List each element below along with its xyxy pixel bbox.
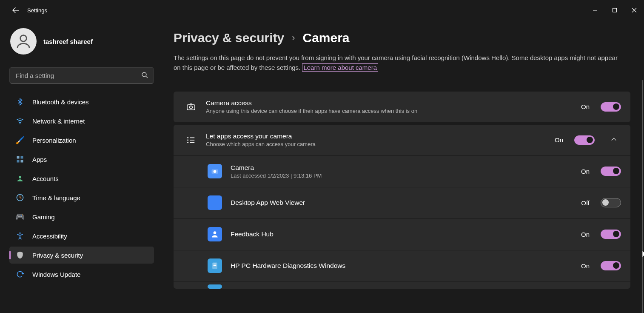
app-icon-partial	[208, 284, 222, 289]
sidebar-item-label: Bluetooth & devices	[32, 98, 89, 106]
svg-point-16	[187, 139, 188, 141]
svg-rect-9	[21, 160, 23, 163]
app-name: Desktop App Web Viewer	[231, 199, 573, 207]
app-access-state: On	[555, 136, 563, 144]
camera-access-card: Camera access Anyone using this device c…	[174, 92, 630, 122]
camera-access-state: On	[581, 103, 590, 110]
list-icon	[185, 134, 197, 146]
app-row-partial[interactable]	[174, 281, 630, 289]
svg-rect-8	[17, 160, 20, 163]
sidebar-item-accounts[interactable]: Accounts	[9, 170, 154, 187]
sidebar-item-apps[interactable]: Apps	[9, 151, 154, 168]
app-row-webviewer[interactable]: Desktop App Web Viewer Off	[174, 187, 630, 218]
close-button[interactable]	[624, 3, 644, 17]
sidebar-item-label: Gaming	[32, 213, 55, 221]
app-sub: Last accessed 1/2/2023 | 9:13:16 PM	[231, 172, 573, 179]
svg-line-4	[146, 76, 148, 78]
search-box[interactable]	[9, 67, 154, 83]
shield-icon	[15, 250, 25, 260]
camera-icon	[185, 101, 197, 113]
sidebar: tashreef shareef Bluetooth & devices Net…	[0, 20, 162, 313]
app-access-row[interactable]: Let apps access your camera Choose which…	[174, 125, 630, 155]
app-icon-hpdiag	[208, 258, 222, 273]
bluetooth-icon	[15, 97, 25, 106]
globe-clock-icon	[15, 193, 25, 202]
sidebar-item-label: Network & internet	[32, 118, 85, 125]
maximize-button[interactable]	[605, 3, 624, 17]
sidebar-item-label: Personalization	[32, 137, 76, 144]
sync-icon	[15, 270, 25, 279]
app-name: Camera	[231, 164, 573, 172]
app-access-title: Let apps access your camera	[206, 132, 546, 140]
app-row-hpdiag[interactable]: HP PC Hardware Diagnostics Windows On	[174, 250, 630, 281]
sidebar-item-time[interactable]: Time & language	[9, 189, 154, 206]
svg-rect-1	[613, 9, 617, 12]
svg-point-22	[214, 170, 217, 173]
scrollbar[interactable]	[642, 80, 643, 313]
maximize-icon	[612, 8, 617, 13]
app-icon-webviewer	[208, 195, 222, 210]
page-title: Camera	[302, 31, 349, 45]
sidebar-item-label: Accessibility	[32, 233, 67, 240]
gamepad-icon: 🎮	[15, 212, 25, 221]
sidebar-item-label: Time & language	[32, 194, 80, 201]
breadcrumb-parent[interactable]: Privacy & security	[174, 31, 284, 45]
svg-point-10	[19, 176, 21, 178]
apps-icon	[15, 155, 25, 164]
user-name: tashreef shareef	[43, 38, 93, 45]
window-controls	[585, 3, 644, 17]
svg-point-15	[187, 137, 188, 138]
app-state-label: On	[581, 168, 590, 175]
content-pane: Privacy & security › Camera The settings…	[162, 20, 644, 313]
chevron-right-icon: ›	[292, 32, 295, 43]
sidebar-item-personalization[interactable]: 🖌️ Personalization	[9, 132, 154, 149]
minimize-icon	[593, 8, 598, 13]
svg-point-14	[190, 106, 193, 109]
learn-more-link[interactable]: Learn more about camera	[302, 63, 378, 72]
profile-block[interactable]: tashreef shareef	[10, 28, 158, 55]
app-state-label: Off	[581, 199, 590, 207]
sidebar-item-gaming[interactable]: 🎮 Gaming	[9, 208, 154, 225]
minimize-button[interactable]	[585, 3, 605, 17]
search-input[interactable]	[9, 67, 154, 83]
app-toggle-hpdiag[interactable]	[601, 261, 621, 270]
app-toggle-camera[interactable]	[601, 167, 621, 176]
camera-access-toggle[interactable]	[601, 102, 621, 112]
page-description: The settings on this page do not prevent…	[174, 53, 624, 73]
app-access-sub: Choose which apps can access your camera	[206, 141, 546, 147]
brush-icon: 🖌️	[15, 135, 25, 145]
app-row-feedback[interactable]: Feedback Hub On	[174, 218, 630, 250]
svg-point-5	[20, 123, 20, 124]
svg-point-2	[20, 35, 27, 42]
svg-point-3	[142, 72, 146, 77]
avatar	[10, 28, 37, 55]
svg-rect-6	[17, 156, 20, 159]
app-state-label: On	[581, 231, 590, 238]
app-icon-feedback	[208, 227, 222, 241]
app-toggle-webviewer[interactable]	[601, 198, 621, 207]
app-access-toggle[interactable]	[574, 135, 595, 145]
accounts-icon	[15, 174, 25, 183]
sidebar-item-network[interactable]: Network & internet	[9, 112, 154, 129]
svg-rect-7	[21, 156, 23, 159]
sidebar-item-update[interactable]: Windows Update	[9, 266, 154, 283]
camera-access-row[interactable]: Camera access Anyone using this device c…	[174, 92, 630, 122]
app-toggle-feedback[interactable]	[601, 230, 621, 239]
description-text: The settings on this page do not prevent…	[174, 54, 618, 71]
sidebar-item-privacy[interactable]: Privacy & security	[9, 247, 154, 264]
sidebar-item-bluetooth[interactable]: Bluetooth & devices	[9, 93, 154, 110]
app-row-camera[interactable]: Camera Last accessed 1/2/2023 | 9:13:16 …	[174, 155, 630, 187]
sidebar-item-accessibility[interactable]: Accessibility	[9, 227, 154, 244]
back-button[interactable]	[8, 2, 24, 18]
chevron-up-icon[interactable]	[607, 136, 621, 144]
app-name: HP PC Hardware Diagnostics Windows	[231, 262, 573, 270]
svg-rect-25	[214, 264, 217, 264]
person-icon	[14, 32, 32, 50]
svg-point-23	[214, 231, 217, 234]
close-icon	[632, 8, 637, 13]
camera-access-sub: Anyone using this device can choose if t…	[206, 108, 573, 114]
app-name: Feedback Hub	[231, 230, 573, 238]
svg-point-12	[19, 233, 20, 234]
sidebar-item-label: Accounts	[32, 175, 59, 182]
accessibility-icon	[15, 231, 25, 241]
